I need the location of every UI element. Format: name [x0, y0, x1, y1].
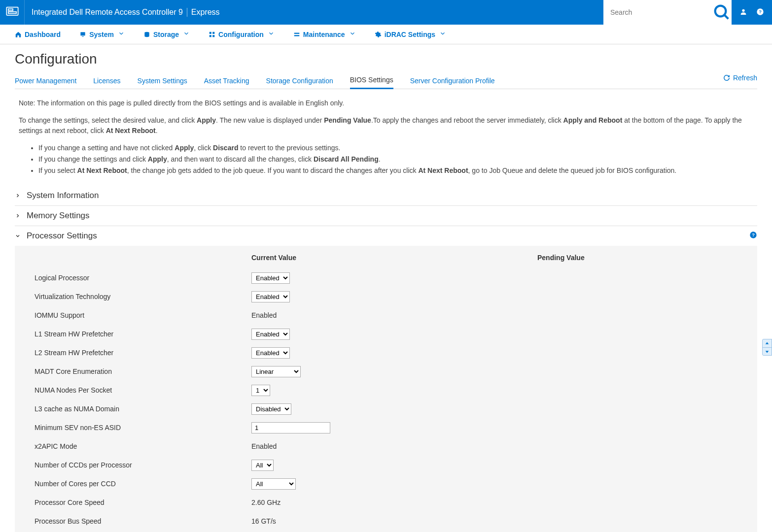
label-core-speed: Processor Core Speed	[35, 499, 251, 506]
select-madt[interactable]: Linear	[251, 366, 301, 377]
select-l3-numa[interactable]: Disabled	[251, 403, 291, 415]
row-virtualization-technology: Virtualization Technology Enabled	[35, 287, 745, 306]
user-icon[interactable]	[739, 8, 747, 17]
value-core-speed: 2.60 GHz	[251, 499, 537, 506]
row-numa-nodes-per-socket: NUMA Nodes Per Socket 1	[35, 381, 745, 399]
page-title: Configuration	[15, 51, 757, 67]
nav-dashboard[interactable]: Dashboard	[15, 31, 61, 38]
nav-maintenance[interactable]: Maintenance	[293, 30, 356, 38]
label-l2-prefetcher: L2 Stream HW Prefetcher	[35, 349, 251, 357]
scroll-pager	[762, 339, 772, 356]
refresh-button[interactable]: Refresh	[723, 74, 757, 82]
svg-marker-21	[766, 351, 769, 353]
nav-idrac-settings[interactable]: iDRAC Settings	[375, 30, 446, 38]
nav-storage[interactable]: Storage	[143, 30, 190, 38]
svg-rect-16	[294, 35, 300, 36]
nav-configuration[interactable]: Configuration	[209, 30, 275, 38]
top-right-icons: ?	[732, 8, 772, 17]
select-number-ccds[interactable]: All	[251, 460, 274, 471]
settings-accordion: System Information Memory Settings Proce…	[15, 186, 757, 532]
label-l3-numa: L3 cache as NUMA Domain	[35, 405, 251, 413]
section-system-information-header[interactable]: System Information	[15, 186, 757, 205]
nav-system-label: System	[89, 31, 114, 38]
section-processor-settings-title: Processor Settings	[27, 231, 97, 241]
label-madt: MADT Core Enumeration	[35, 367, 251, 375]
note-bullet-2: If you change the settings and click App…	[38, 154, 753, 165]
input-min-sev-asid[interactable]	[251, 422, 330, 433]
svg-text:?: ?	[759, 9, 762, 14]
svg-text:?: ?	[752, 233, 755, 237]
value-bus-speed: 16 GT/s	[251, 517, 537, 525]
svg-rect-14	[212, 35, 214, 37]
chevron-down-icon	[439, 30, 446, 38]
select-cores-per-ccd[interactable]: All	[251, 478, 296, 490]
value-x2apic: Enabled	[251, 442, 537, 450]
tab-licenses[interactable]: Licenses	[93, 73, 120, 89]
select-l1-prefetcher[interactable]: Enabled	[251, 329, 290, 340]
select-l2-prefetcher[interactable]: Enabled	[251, 347, 290, 359]
help-icon[interactable]: ?	[756, 8, 764, 17]
scroll-up-button[interactable]	[763, 339, 772, 347]
section-memory-settings-header[interactable]: Memory Settings	[15, 206, 757, 226]
select-numa-nodes[interactable]: 1	[251, 385, 270, 396]
main-nav: Dashboard System Storage Configuration M…	[0, 25, 772, 44]
select-logical-processor[interactable]: Enabled	[251, 272, 290, 284]
svg-rect-15	[294, 33, 300, 33]
tab-server-configuration-profile[interactable]: Server Configuration Profile	[410, 73, 495, 89]
label-iommu-support: IOMMU Support	[35, 311, 251, 319]
note-bullet-3: If you select At Next Reboot, the change…	[38, 166, 753, 176]
row-logical-processor: Logical Processor Enabled	[35, 268, 745, 287]
chevron-right-icon	[15, 193, 22, 199]
value-iommu-support: Enabled	[251, 311, 537, 319]
row-bus-speed: Processor Bus Speed 16 GT/s	[35, 512, 745, 531]
label-virtualization-technology: Virtualization Technology	[35, 293, 251, 300]
search-button[interactable]	[712, 0, 732, 25]
note-line1: Note: The information on this page is pu…	[19, 98, 753, 108]
row-madt-core-enumeration: MADT Core Enumeration Linear	[35, 362, 745, 381]
label-logical-processor: Logical Processor	[35, 274, 251, 282]
section-processor-settings: Processor Settings ? Current Value Pendi…	[15, 226, 757, 532]
tab-bios-settings[interactable]: BIOS Settings	[350, 72, 393, 89]
label-l1-prefetcher: L1 Stream HW Prefetcher	[35, 330, 251, 338]
scroll-down-button[interactable]	[763, 347, 772, 355]
search-input[interactable]	[603, 8, 712, 16]
section-memory-settings: Memory Settings	[15, 206, 757, 226]
section-memory-settings-title: Memory Settings	[27, 211, 90, 221]
note-paragraph-2: To change the settings, select the desir…	[19, 115, 753, 136]
select-virtualization-technology[interactable]: Enabled	[251, 291, 290, 302]
row-cores-per-ccd: Number of Cores per CCD All	[35, 474, 745, 493]
nav-system[interactable]: System	[79, 30, 125, 38]
nav-idrac-label: iDRAC Settings	[385, 31, 435, 38]
section-help-icon[interactable]: ?	[749, 231, 757, 240]
svg-rect-12	[212, 32, 214, 33]
svg-point-5	[742, 9, 744, 11]
label-bus-speed: Processor Bus Speed	[35, 517, 251, 525]
section-processor-settings-header[interactable]: Processor Settings ?	[15, 226, 757, 246]
section-system-information: System Information	[15, 186, 757, 206]
row-number-ccds: Number of CCDs per Processor All	[35, 456, 745, 474]
chevron-down-icon	[183, 30, 190, 38]
tab-storage-configuration[interactable]: Storage Configuration	[266, 73, 333, 89]
row-l2-prefetcher: L2 Stream HW Prefetcher Enabled	[35, 343, 745, 362]
brand-line1: Integrated Dell Remote Access Controller…	[32, 8, 183, 17]
processor-settings-body: Current Value Pending Value Logical Proc…	[15, 246, 757, 532]
svg-rect-1	[8, 9, 12, 11]
row-l1-prefetcher: L1 Stream HW Prefetcher Enabled	[35, 325, 745, 343]
col-pending-value: Pending Value	[537, 254, 745, 262]
tab-power-management[interactable]: Power Management	[15, 73, 76, 89]
col-current-value: Current Value	[251, 254, 537, 262]
nav-maintenance-label: Maintenance	[303, 31, 345, 38]
row-l3-cache-numa: L3 cache as NUMA Domain Disabled	[35, 399, 745, 418]
chevron-down-icon	[349, 30, 356, 38]
note-bullets: If you change a setting and have not cli…	[38, 143, 753, 176]
tab-system-settings[interactable]: System Settings	[138, 73, 187, 89]
svg-rect-9	[82, 36, 84, 36]
brand-logo	[0, 0, 25, 25]
tab-asset-tracking[interactable]: Asset Tracking	[204, 73, 249, 89]
chevron-down-icon	[268, 30, 275, 38]
column-headers: Current Value Pending Value	[35, 254, 745, 262]
svg-rect-13	[210, 35, 211, 37]
svg-rect-0	[6, 7, 18, 15]
brand-separator	[187, 8, 187, 17]
chevron-down-icon	[118, 30, 125, 38]
